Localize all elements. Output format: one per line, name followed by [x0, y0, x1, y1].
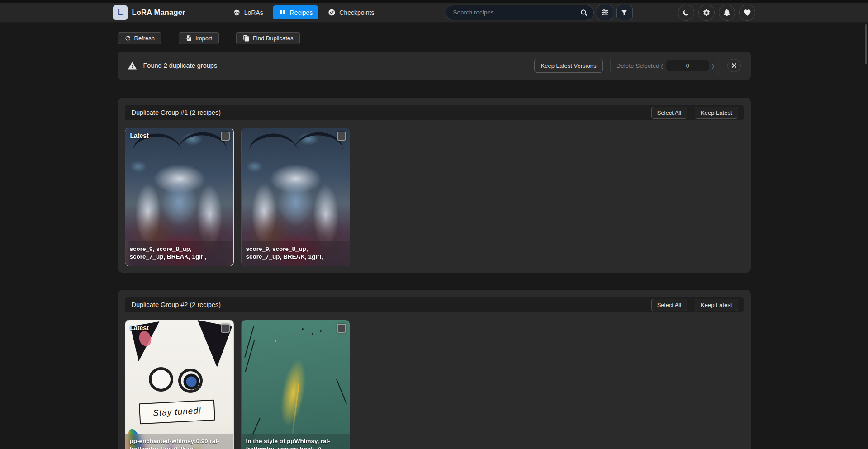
card-checkbox[interactable]: [337, 324, 346, 333]
app-brand[interactable]: L LoRA Manager: [113, 5, 185, 20]
main-content: Refresh Import Find Duplicates Found 2 d…: [118, 32, 751, 449]
app-title: LoRA Manager: [132, 8, 185, 17]
select-all-button[interactable]: Select All: [651, 107, 687, 119]
artwork-detail: [247, 130, 299, 160]
search-icon[interactable]: [580, 9, 588, 17]
sliders-icon: [601, 9, 609, 16]
artwork-detail: [178, 369, 203, 393]
find-duplicates-label: Find Duplicates: [253, 35, 294, 42]
import-label: Import: [195, 35, 212, 42]
main-nav: LoRAs Recipes Checkpoints: [227, 5, 380, 19]
card-checkbox[interactable]: [221, 324, 230, 333]
moon-icon: [682, 9, 690, 17]
recipe-card[interactable]: in the style of ppWhimsy, ral-frctlgmtry…: [241, 320, 350, 449]
import-button[interactable]: Import: [179, 32, 219, 44]
settings-button[interactable]: [698, 5, 715, 21]
group-header: Duplicate Group #1 (2 recipes) Select Al…: [125, 105, 744, 120]
nav-tab-label: Recipes: [290, 9, 313, 16]
import-icon: [185, 35, 192, 42]
toolbar: Refresh Import Find Duplicates: [118, 32, 751, 44]
card-caption: score_9, score_8_up, score_7_up, BREAK, …: [125, 241, 233, 266]
theme-toggle-button[interactable]: [678, 5, 694, 21]
refresh-icon: [124, 35, 131, 42]
heart-icon: [743, 9, 751, 17]
app-logo: L: [113, 5, 128, 20]
delete-selected-button[interactable]: Delete Selected ( ): [610, 57, 720, 74]
artwork-sign-text: Stay tuned!: [138, 400, 215, 424]
card-caption: score_9, score_8_up, score_7_up, BREAK, …: [242, 241, 350, 266]
artwork-detail: [149, 367, 173, 392]
group-title: Duplicate Group #2 (2 recipes): [132, 301, 221, 308]
favorites-button[interactable]: [739, 5, 755, 21]
layers-icon: [233, 9, 241, 16]
open-book-icon: [279, 9, 286, 16]
search-input[interactable]: [453, 9, 580, 16]
artwork-detail: [336, 379, 347, 404]
recipe-image: [242, 320, 350, 449]
duplicates-banner: Found 2 duplicate groups Keep Latest Ver…: [118, 52, 751, 80]
nav-tab-label: Checkpoints: [339, 9, 374, 16]
sliders-button[interactable]: [597, 5, 613, 20]
delete-selected-prefix: Delete Selected (: [616, 62, 663, 69]
copy-icon: [243, 35, 250, 42]
warning-icon: [128, 61, 137, 71]
duplicate-group-2: Duplicate Group #2 (2 recipes) Select Al…: [118, 290, 751, 449]
refresh-button[interactable]: Refresh: [118, 32, 162, 44]
navbar: L LoRA Manager LoRAs Recipes Checkpoin: [0, 3, 868, 23]
artwork-detail: [302, 328, 304, 330]
gear-icon: [702, 9, 711, 17]
nav-tab-label: LoRAs: [244, 9, 263, 16]
delete-count-input[interactable]: [666, 60, 709, 71]
close-icon: [731, 62, 737, 69]
find-duplicates-button[interactable]: Find Duplicates: [236, 32, 300, 44]
recipe-image: Stay tuned!: [125, 320, 233, 449]
nav-tab-checkpoints[interactable]: Checkpoints: [322, 5, 380, 19]
scrollbar-thumb[interactable]: [865, 24, 867, 64]
group-title: Duplicate Group #1 (2 recipes): [132, 109, 221, 116]
artwork-detail: [244, 326, 254, 358]
nav-tab-recipes[interactable]: Recipes: [273, 5, 319, 19]
bell-icon: [723, 9, 731, 17]
latest-badge: Latest: [130, 324, 149, 331]
notifications-button[interactable]: [719, 5, 735, 21]
filter-icon: [621, 9, 628, 16]
group-header: Duplicate Group #2 (2 recipes) Select Al…: [125, 297, 744, 312]
select-all-button[interactable]: Select All: [651, 299, 687, 311]
search-box: [446, 5, 594, 20]
group-cards: Stay tuned! Latest pp-enchanted-whimsy:0…: [125, 320, 744, 449]
refresh-label: Refresh: [134, 35, 155, 42]
card-checkbox[interactable]: [221, 132, 230, 141]
group-cards: Latest score_9, score_8_up, score_7_up, …: [125, 128, 744, 266]
banner-message: Found 2 duplicate groups: [143, 62, 218, 69]
keep-latest-button[interactable]: Keep Latest: [695, 299, 738, 311]
keep-latest-versions-button[interactable]: Keep Latest Versions: [534, 59, 603, 73]
recipe-card[interactable]: score_9, score_8_up, score_7_up, BREAK, …: [241, 128, 350, 266]
recipe-card[interactable]: Stay tuned! Latest pp-enchanted-whimsy:0…: [125, 320, 234, 449]
card-caption: pp-enchanted-whimsy:0.90 ral-frctlgmtry,…: [125, 434, 233, 449]
latest-badge: Latest: [130, 132, 149, 139]
banner-close-button[interactable]: [727, 59, 741, 72]
card-caption: in the style of ppWhimsy, ral-frctlgmtry…: [242, 434, 350, 449]
card-checkbox[interactable]: [337, 132, 346, 141]
duplicate-group-1: Duplicate Group #1 (2 recipes) Select Al…: [118, 98, 751, 273]
filter-button[interactable]: [616, 5, 633, 20]
keep-latest-button[interactable]: Keep Latest: [695, 107, 738, 119]
delete-selected-suffix: ): [712, 62, 714, 69]
check-circle-icon: [328, 9, 336, 16]
recipe-card[interactable]: Latest score_9, score_8_up, score_7_up, …: [125, 128, 234, 266]
nav-tab-loras[interactable]: LoRAs: [227, 5, 269, 19]
